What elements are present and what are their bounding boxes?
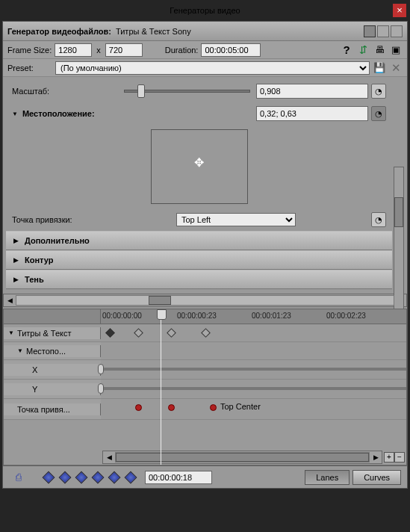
keyframe[interactable]	[167, 328, 176, 338]
timecode-input[interactable]	[145, 471, 212, 484]
title-bar: Генераторы видео ×	[0, 0, 410, 21]
anchor-row: Точка привязки: Top Left ◔	[6, 208, 392, 231]
first-keyframe-button[interactable]	[43, 471, 55, 483]
position-marker-icon[interactable]: ✥	[194, 155, 204, 170]
frame-width-input[interactable]	[55, 43, 92, 57]
view-mode-1-button[interactable]	[364, 25, 376, 37]
view-mode-2-button[interactable]	[377, 25, 389, 37]
prev-keyframe-button[interactable]	[59, 471, 72, 483]
position-input[interactable]	[256, 106, 368, 121]
delete-preset-icon[interactable]: ✕	[389, 61, 403, 75]
timeline-ruler[interactable]: 00:00:00:00 00:00:00:23 00:00:01:23 00:0…	[4, 309, 406, 324]
frame-size-label: Frame Size:	[7, 46, 52, 55]
x-value-slider[interactable]	[101, 368, 406, 371]
frame-height-input[interactable]	[105, 43, 143, 57]
keyframe[interactable]	[201, 328, 211, 338]
anchor-keyframe-label: Top Center	[220, 402, 261, 411]
timeline-bottom-bar: ◀ ▶ + −	[4, 450, 406, 465]
section-advanced[interactable]: ▶ Дополнительно	[6, 231, 392, 250]
keyframe-marker[interactable]	[210, 404, 217, 411]
section-shadow[interactable]: ▶ Тень	[6, 270, 392, 289]
zoom-controls: + −	[384, 452, 405, 463]
position-row: ▼ Местоположение: ◔	[6, 102, 392, 125]
extra-keyframe-button[interactable]	[125, 471, 137, 483]
chevron-down-icon[interactable]: ▼	[17, 347, 23, 354]
duration-label: Duration:	[165, 46, 199, 55]
view-mode-3-button[interactable]	[391, 25, 403, 37]
properties-body: Масштаб: ◔ ▼ Местоположение: ◔ ✥ Точка п…	[3, 77, 407, 292]
help-icon[interactable]: ?	[340, 43, 353, 57]
position-animate-icon[interactable]: ◔	[371, 106, 386, 121]
print-icon[interactable]: 🖶	[373, 43, 386, 57]
anchor-label: Точка привязки:	[12, 215, 176, 224]
scale-animate-icon[interactable]: ◔	[371, 84, 386, 99]
scale-slider[interactable]	[124, 90, 250, 93]
timeline: 00:00:00:00 00:00:00:23 00:00:01:23 00:0…	[3, 309, 407, 466]
scale-label: Масштаб:	[12, 87, 124, 96]
add-keyframe-button[interactable]	[75, 471, 88, 483]
y-value-slider[interactable]	[101, 387, 406, 390]
keyframe-marker[interactable]	[168, 404, 175, 411]
track-position: ▼Местопо...	[4, 342, 406, 360]
scroll-right-icon[interactable]: ▶	[370, 454, 382, 461]
anchor-animate-icon[interactable]: ◔	[371, 212, 386, 227]
playhead[interactable]	[161, 309, 161, 465]
frame-row: Frame Size: x Duration: ? ⇵ 🖶 ▣	[3, 41, 407, 59]
duration-input[interactable]	[201, 43, 261, 57]
track-anchor: Точка привя... Top Center	[4, 399, 406, 420]
next-keyframe-button[interactable]	[92, 471, 105, 483]
panel-hscrollbar[interactable]: ◀ ▶	[3, 294, 407, 307]
scroll-left-icon[interactable]: ◀	[4, 297, 16, 304]
track-main: ▼Титры & Текст	[4, 324, 406, 342]
preset-select[interactable]: (По умолчанию)	[55, 61, 370, 75]
zoom-in-button[interactable]: +	[384, 452, 394, 463]
preset-row: Preset: (По умолчанию) 💾 ✕	[3, 59, 407, 77]
scroll-left-icon[interactable]: ◀	[103, 454, 115, 461]
chevron-right-icon: ▶	[13, 276, 19, 283]
chevron-right-icon: ▶	[13, 256, 19, 264]
zoom-out-button[interactable]: −	[394, 452, 405, 463]
keyframe-marker[interactable]	[135, 404, 142, 411]
position-pad[interactable]: ✥	[151, 129, 248, 204]
save-preset-icon[interactable]: 💾	[373, 61, 386, 75]
last-keyframe-button[interactable]	[108, 471, 121, 483]
chevron-right-icon: ▶	[13, 237, 19, 244]
expand-position-icon[interactable]: ▼	[12, 111, 18, 117]
track-x: X	[4, 360, 406, 380]
curves-button[interactable]: Curves	[352, 470, 401, 485]
frame-x-label: x	[96, 46, 101, 55]
anchor-select[interactable]: Top Left	[176, 213, 296, 226]
keyframe-button[interactable]	[105, 328, 115, 338]
timeline-empty	[4, 420, 406, 450]
keyframe[interactable]	[134, 328, 143, 338]
window-title: Генераторы видео	[170, 6, 240, 15]
properties-icon[interactable]: ▣	[389, 43, 403, 57]
scale-input[interactable]	[256, 84, 368, 99]
footer: ⎙ Lanes Curves	[3, 466, 407, 488]
scale-row: Масштаб: ◔	[6, 80, 392, 102]
main-panel: Генератор видеофайлов: Титры & Текст Son…	[2, 21, 408, 489]
generator-name: Титры & Текст Sony	[116, 27, 191, 36]
timeline-hscrollbar[interactable]: ◀ ▶	[102, 451, 382, 464]
close-icon[interactable]: ×	[393, 4, 406, 17]
generator-header: Генератор видеофайлов: Титры & Текст Son…	[3, 22, 407, 41]
sync-cursor-icon[interactable]: ⎙	[12, 471, 25, 484]
track-y: Y	[4, 380, 406, 399]
position-label: Местоположение:	[22, 109, 127, 118]
lanes-button[interactable]: Lanes	[305, 470, 350, 485]
link-icon[interactable]: ⇵	[356, 43, 370, 57]
generator-label: Генератор видеофайлов:	[7, 27, 111, 36]
preset-label: Preset:	[7, 64, 52, 72]
section-outline[interactable]: ▶ Контур	[6, 250, 392, 270]
chevron-down-icon[interactable]: ▼	[8, 330, 14, 336]
